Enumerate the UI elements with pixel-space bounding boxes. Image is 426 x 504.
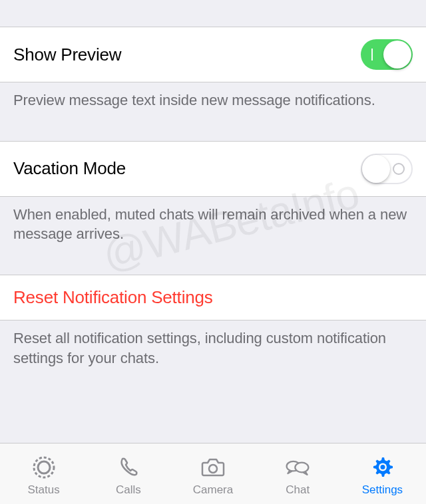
tab-settings-label: Settings [362, 483, 403, 497]
settings-icon [369, 454, 395, 481]
tab-status[interactable]: Status [1, 454, 86, 497]
svg-point-4 [296, 462, 309, 472]
tab-chat[interactable]: Chat [256, 454, 340, 497]
tab-status-label: Status [28, 483, 60, 497]
svg-point-1 [38, 461, 50, 473]
tab-calls[interactable]: Calls [86, 454, 170, 497]
vacation-mode-description: When enabled, muted chats will remain ar… [0, 197, 426, 260]
show-preview-label: Show Preview [13, 45, 121, 65]
tab-chat-label: Chat [286, 483, 310, 497]
status-icon [31, 454, 57, 481]
chat-icon [284, 454, 311, 481]
calls-icon [115, 454, 142, 481]
vacation-mode-label: Vacation Mode [13, 158, 126, 179]
reset-notification-description: Reset all notification settings, includi… [0, 320, 426, 384]
tab-calls-label: Calls [116, 483, 141, 497]
reset-notification-row[interactable]: Reset Notification Settings [0, 275, 426, 320]
reset-notification-label: Reset Notification Settings [13, 287, 213, 308]
svg-point-2 [209, 465, 217, 473]
svg-point-6 [381, 465, 385, 469]
show-preview-description: Preview message text inside new message … [0, 82, 426, 126]
tab-settings[interactable]: Settings [340, 454, 425, 497]
show-preview-row[interactable]: Show Preview [0, 27, 426, 82]
tab-camera-label: Camera [193, 483, 233, 497]
tab-camera[interactable]: Camera [170, 454, 255, 497]
camera-icon [200, 454, 226, 481]
tab-bar: Status Calls Camera Chat [0, 443, 426, 504]
vacation-mode-row[interactable]: Vacation Mode [0, 141, 426, 197]
vacation-mode-toggle[interactable] [361, 154, 413, 184]
show-preview-toggle[interactable] [361, 39, 413, 70]
